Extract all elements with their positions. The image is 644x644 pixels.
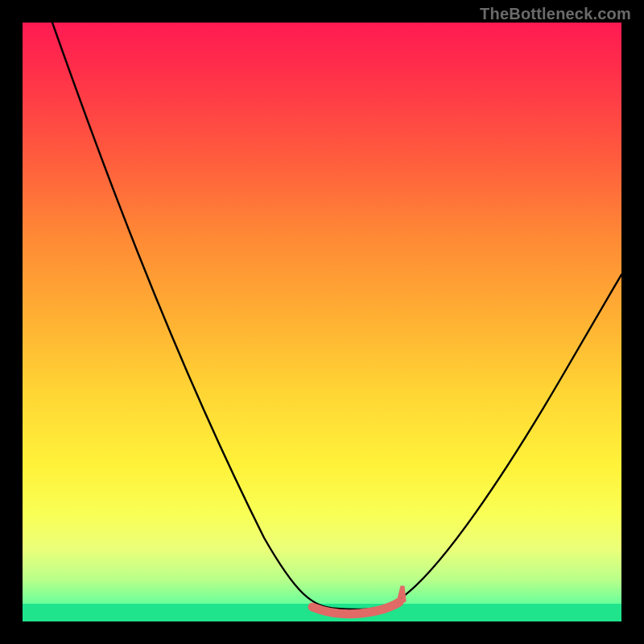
watermark-text: TheBottleneck.com: [480, 5, 631, 23]
plot-area: [23, 23, 621, 621]
valley-marker: [312, 602, 399, 614]
chart-frame: TheBottleneck.com: [0, 0, 644, 644]
bottleneck-curve-svg: [23, 23, 621, 621]
bottleneck-curve-path: [52, 23, 621, 609]
